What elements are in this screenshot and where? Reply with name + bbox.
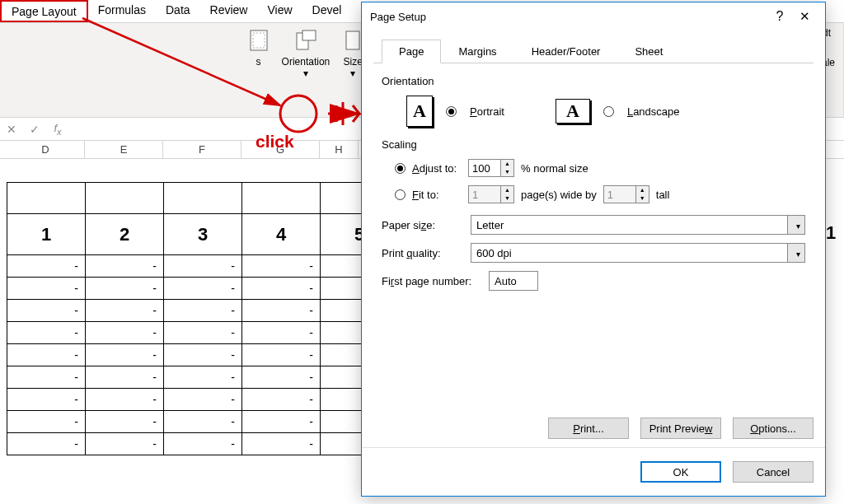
print-button[interactable]: Print... [548, 418, 629, 439]
paper-size-label: Paper size: [382, 219, 471, 231]
chevron-down-icon: ▾ [796, 222, 800, 231]
fit-mid-label: page(s) wide by [521, 189, 597, 201]
data-cell[interactable]: - [86, 433, 164, 455]
dialog-titlebar: Page Setup ? ✕ [362, 2, 825, 30]
paper-size-select[interactable]: Letter▾ [471, 215, 805, 235]
fit-to-radio[interactable] [395, 189, 406, 200]
first-page-label: First page number: [382, 275, 489, 287]
data-cell[interactable]: - [164, 411, 242, 433]
tab-page-layout[interactable]: Page Layout [0, 0, 88, 22]
data-cell[interactable]: - [86, 278, 164, 300]
fit-wide-spinner[interactable]: ▲▼ [468, 185, 514, 203]
data-cell[interactable]: - [242, 389, 321, 411]
data-cell[interactable]: - [86, 366, 164, 389]
data-header[interactable]: 4 [242, 214, 321, 255]
landscape-icon: A [556, 99, 590, 124]
data-cell[interactable]: - [86, 322, 164, 344]
data-cell[interactable]: - [7, 366, 86, 389]
first-page-input[interactable] [489, 271, 538, 291]
data-cell[interactable]: - [164, 389, 242, 411]
click-annotation: click [256, 132, 294, 152]
adjust-to-input[interactable] [469, 160, 500, 176]
accept-formula-icon[interactable]: ✓ [23, 123, 46, 136]
col-header-e[interactable]: E [85, 141, 163, 158]
fit-tall-input[interactable] [604, 186, 635, 203]
tab-developer[interactable]: Devel [302, 0, 352, 22]
adjust-to-radio[interactable] [395, 163, 406, 174]
data-cell[interactable]: - [164, 322, 242, 344]
data-cell[interactable]: - [7, 300, 86, 322]
data-header[interactable]: 2 [86, 214, 164, 255]
data-cell[interactable]: - [164, 344, 242, 366]
data-cell[interactable]: - [86, 300, 164, 322]
orientation-label: Orientation [382, 75, 805, 87]
data-cell[interactable]: - [86, 255, 164, 278]
data-cell[interactable]: - [242, 344, 321, 366]
data-cell[interactable]: - [242, 300, 321, 322]
fit-tall-spinner[interactable]: ▲▼ [603, 185, 649, 203]
col-header-d[interactable]: D [7, 141, 85, 158]
col-header-h[interactable]: H [320, 141, 359, 158]
data-cell[interactable]: - [242, 278, 321, 300]
margins-icon [246, 27, 272, 54]
help-icon[interactable]: ? [767, 9, 792, 24]
margins-button[interactable]: s [241, 26, 277, 69]
portrait-label: Portrait [470, 105, 504, 118]
landscape-radio[interactable] [603, 106, 614, 117]
data-cell[interactable]: - [86, 389, 164, 411]
data-cell[interactable]: - [7, 344, 86, 366]
print-quality-select[interactable]: 600 dpi▾ [471, 243, 805, 263]
dlg-tab-margins[interactable]: Margins [441, 40, 513, 63]
data-cell[interactable]: - [242, 322, 321, 344]
data-cell[interactable]: - [164, 366, 242, 389]
data-cell[interactable]: - [7, 433, 86, 455]
options-button[interactable]: Options... [733, 418, 814, 439]
data-cell[interactable]: - [242, 411, 321, 433]
cancel-button[interactable]: Cancel [733, 461, 814, 483]
right-grid-sliver: 1 [826, 140, 844, 244]
svg-rect-3 [302, 30, 316, 40]
data-cell[interactable]: - [242, 255, 321, 278]
data-cell[interactable]: - [7, 322, 86, 344]
ok-button[interactable]: OK [640, 461, 721, 483]
dlg-tab-sheet[interactable]: Sheet [617, 40, 680, 63]
fit-tall-label: tall [656, 189, 670, 201]
svg-rect-0 [251, 30, 267, 50]
data-cell[interactable]: - [164, 433, 242, 455]
adjust-to-spinner[interactable]: ▲▼ [468, 159, 514, 177]
data-cell[interactable]: - [242, 366, 321, 389]
dialog-title-text: Page Setup [370, 11, 767, 23]
data-cell[interactable]: - [86, 411, 164, 433]
data-cell[interactable]: - [86, 344, 164, 366]
close-icon[interactable]: ✕ [792, 9, 817, 24]
scaling-label: Scaling [382, 138, 805, 151]
worksheet-grid[interactable]: 12345-----------------------------------… [7, 182, 399, 455]
print-preview-button[interactable]: Print Preview [640, 418, 721, 439]
orientation-button[interactable]: Orientation▾ [277, 26, 335, 82]
data-cell[interactable]: - [7, 389, 86, 411]
tab-view[interactable]: View [257, 0, 302, 22]
fit-wide-input[interactable] [469, 186, 500, 203]
data-header[interactable]: 3 [164, 214, 242, 255]
data-cell[interactable]: - [242, 433, 321, 455]
portrait-radio[interactable] [446, 106, 457, 117]
data-cell[interactable]: - [7, 278, 86, 300]
cancel-formula-icon[interactable]: ✕ [0, 123, 23, 136]
data-cell[interactable]: - [7, 255, 86, 278]
tab-formulas[interactable]: Formulas [88, 0, 156, 22]
tab-review[interactable]: Review [200, 0, 258, 22]
col-header-f[interactable]: F [163, 141, 241, 158]
data-cell[interactable]: - [7, 411, 86, 433]
fit-to-label: Fit to: [412, 189, 462, 201]
page-setup-dialog: Page Setup ? ✕ Page Margins Header/Foote… [361, 2, 826, 497]
tab-data[interactable]: Data [156, 0, 200, 22]
data-header[interactable]: 1 [7, 214, 86, 255]
data-cell[interactable]: - [164, 278, 242, 300]
data-cell[interactable]: - [164, 255, 242, 278]
dlg-tab-header-footer[interactable]: Header/Footer [514, 40, 618, 63]
portrait-icon: A [406, 96, 433, 127]
data-cell[interactable]: - [164, 300, 242, 322]
dlg-tab-page[interactable]: Page [382, 40, 441, 63]
fx-icon[interactable]: fx [46, 122, 69, 137]
svg-rect-4 [346, 31, 359, 49]
